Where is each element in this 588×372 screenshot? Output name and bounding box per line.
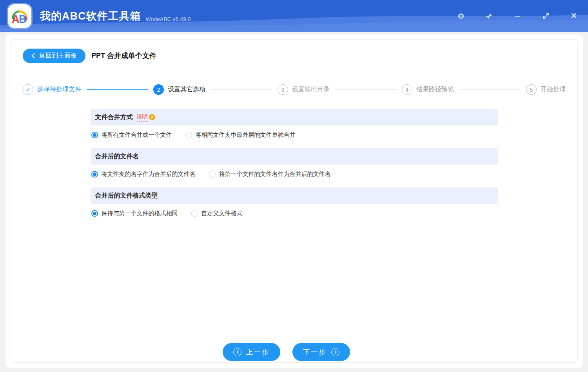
app-version: WodeABC v6.49.0 — [146, 16, 191, 22]
maximize-icon[interactable] — [541, 11, 550, 21]
chevron-left-icon — [31, 53, 35, 58]
option-label: 将所有文件合并成一个文件 — [102, 131, 172, 139]
radio-keep-first-file-format — [91, 210, 98, 217]
merge-mode-options: 将所有文件合并成一个文件 将相同文件夹中最外层的文件单独合并 — [91, 125, 498, 148]
step-other-options[interactable]: 2 设置其它选项 — [153, 84, 205, 95]
radio-custom-file-format — [191, 210, 198, 217]
radio-folder-name-as-filename — [91, 171, 98, 178]
step-1-label: 选择待处理文件 — [37, 85, 81, 94]
section-output-format-header: 合并后的文件格式类型 — [91, 187, 498, 204]
card-header: 返回到主面板 PPT 合并成单个文件 — [11, 40, 577, 72]
circled-arrow-left-icon — [233, 348, 241, 356]
scissors-icon[interactable]: ✂ — [485, 11, 494, 21]
page-title: PPT 合并成单个文件 — [91, 51, 156, 60]
step-1-check-icon: ✓ — [23, 84, 33, 95]
back-button-label: 返回到主面板 — [39, 52, 77, 60]
merged-filename-options: 将文件夹的名字作为合并后的文件名 将第一个文件的文件名作为合并后的文件名 — [91, 165, 498, 187]
step-connector — [459, 89, 521, 90]
previous-step-button[interactable]: 上一步 — [223, 343, 280, 361]
app-logo: A B — [8, 4, 31, 28]
option-label: 将文件夹的名字作为合并后的文件名 — [102, 171, 196, 178]
svg-text:B: B — [19, 13, 27, 25]
main-panel: 返回到主面板 PPT 合并成单个文件 ✓ 选择待处理文件 2 设置其它选项 3 … — [5, 34, 583, 368]
next-step-label: 下一步 — [303, 348, 327, 357]
section-merge-mode-title: 文件合并方式 — [95, 113, 133, 122]
settings-gear-icon[interactable]: ⚙ — [456, 11, 466, 21]
radio-merge-per-folder — [185, 132, 192, 138]
close-icon[interactable]: × — [569, 11, 579, 21]
option-label: 将相同文件夹中最外层的文件单独合并 — [196, 131, 296, 139]
minimize-icon[interactable]: ─ — [513, 11, 522, 21]
option-merge-per-folder[interactable]: 将相同文件夹中最外层的文件单独合并 — [185, 131, 296, 139]
step-select-files[interactable]: ✓ 选择待处理文件 — [23, 84, 81, 95]
output-format-options: 保持与第一个文件的格式相同 自定义文件格式 — [91, 204, 498, 227]
section-merge-mode-header: 文件合并方式 说明 ? — [91, 109, 498, 125]
circled-arrow-right-icon — [331, 348, 339, 356]
wizard-steps: ✓ 选择待处理文件 2 设置其它选项 3 设置输出目录 4 结果路径预览 5 开 — [23, 84, 566, 95]
question-mark-icon: ? — [149, 114, 155, 120]
step-connector — [211, 89, 272, 90]
ab-logo-icon: A B — [11, 7, 29, 25]
option-custom-file-format[interactable]: 自定义文件格式 — [191, 210, 243, 217]
radio-merge-all-into-one — [91, 132, 98, 138]
step-3-label: 设置输出目录 — [292, 85, 330, 94]
step-2-label: 设置其它选项 — [168, 85, 205, 94]
option-keep-first-file-format[interactable]: 保持与第一个文件的格式相同 — [91, 210, 178, 217]
wizard-footer: 上一步 下一步 — [3, 343, 570, 361]
section-merged-filename-title: 合并后的文件名 — [95, 152, 139, 161]
step-output-directory[interactable]: 3 设置输出目录 — [278, 84, 330, 95]
back-to-dashboard-button[interactable]: 返回到主面板 — [23, 49, 85, 63]
window-controls: ⚙ ✂ ─ × — [456, 11, 579, 21]
previous-step-label: 上一步 — [246, 348, 270, 357]
step-3-number: 3 — [278, 84, 288, 95]
svg-text:A: A — [12, 13, 20, 25]
option-folder-name-as-filename[interactable]: 将文件夹的名字作为合并后的文件名 — [91, 171, 196, 178]
step-start-processing[interactable]: 5 开始处理 — [526, 84, 566, 95]
options-content: 文件合并方式 说明 ? 将所有文件合并成一个文件 将相同文件夹中最外层的文件单独… — [91, 109, 498, 227]
step-4-label: 结果路径预览 — [416, 85, 454, 94]
next-step-button[interactable]: 下一步 — [292, 343, 350, 361]
help-link-label: 说明 — [137, 113, 148, 122]
step-connector — [87, 89, 148, 90]
radio-first-file-name-as-filename — [209, 171, 216, 178]
step-4-number: 4 — [402, 84, 412, 95]
option-merge-all-into-one[interactable]: 将所有文件合并成一个文件 — [91, 131, 172, 139]
option-label: 保持与第一个文件的格式相同 — [102, 210, 178, 217]
option-label: 自定义文件格式 — [201, 210, 243, 217]
step-result-preview[interactable]: 4 结果路径预览 — [402, 84, 454, 95]
option-label: 将第一个文件的文件名作为合并后的文件名 — [219, 171, 331, 178]
titlebar: A B 我的ABC软件工具箱 WodeABC v6.49.0 ⚙ ✂ ─ × — [0, 0, 588, 32]
step-2-number: 2 — [153, 84, 164, 95]
step-connector — [335, 89, 396, 90]
section-output-format-title: 合并后的文件格式类型 — [95, 192, 158, 200]
app-title: 我的ABC软件工具箱 — [40, 9, 141, 23]
step-5-number: 5 — [526, 84, 537, 95]
wizard-card: 返回到主面板 PPT 合并成单个文件 ✓ 选择待处理文件 2 设置其它选项 3 … — [11, 39, 578, 363]
step-5-label: 开始处理 — [541, 85, 566, 94]
option-first-file-name-as-filename[interactable]: 将第一个文件的文件名作为合并后的文件名 — [209, 171, 331, 178]
section-merged-filename-header: 合并后的文件名 — [91, 148, 498, 165]
merge-mode-help-link[interactable]: 说明 ? — [137, 113, 155, 122]
